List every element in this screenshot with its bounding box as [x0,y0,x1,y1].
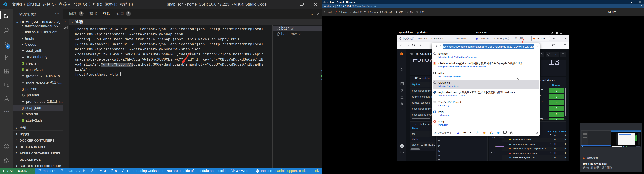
svg-text:$.: $. [277,34,278,35]
svg-text:知: 知 [434,111,436,113]
svg-text:$: $ [277,28,278,30]
